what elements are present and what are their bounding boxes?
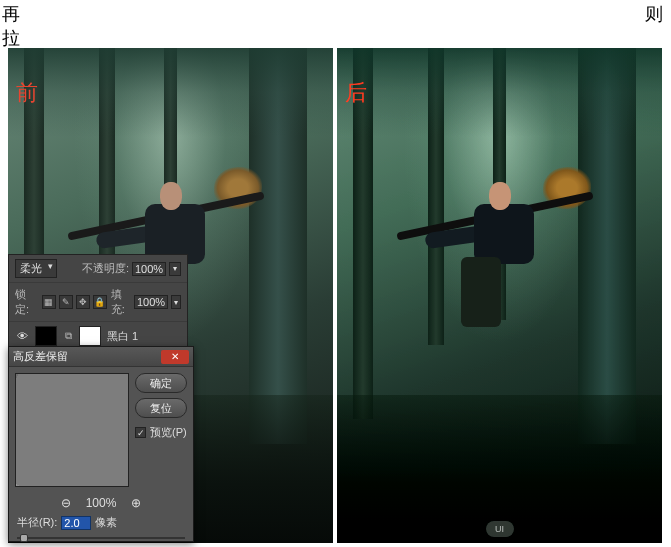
dialog-title: 高反差保留 xyxy=(13,349,68,364)
ok-button[interactable]: 确定 xyxy=(135,373,187,393)
opacity-chevron[interactable]: ▾ xyxy=(169,262,181,276)
checkbox-icon: ✓ xyxy=(135,427,146,438)
label-after: 后 xyxy=(345,78,367,108)
dialog-titlebar[interactable]: 高反差保留 ✕ xyxy=(9,347,193,367)
radius-field[interactable]: 2.0 xyxy=(61,516,91,530)
radius-slider[interactable] xyxy=(17,534,185,542)
lock-transparency-icon[interactable]: ▦ xyxy=(42,295,56,309)
radius-unit: 像素 xyxy=(95,515,117,530)
eye-icon[interactable]: 👁 xyxy=(15,329,29,343)
fill-chevron[interactable]: ▾ xyxy=(171,295,181,309)
image-after: 后 UI xyxy=(337,48,662,543)
zoom-percent: 100% xyxy=(86,496,117,510)
opacity-label: 不透明度: xyxy=(82,261,129,276)
link-icon: ⧉ xyxy=(63,330,73,342)
fill-field[interactable]: 100% xyxy=(134,295,168,309)
slider-thumb[interactable] xyxy=(20,534,28,542)
reset-button[interactable]: 复位 xyxy=(135,398,187,418)
fill-label: 填充: xyxy=(111,287,131,317)
radius-label: 半径(R): xyxy=(17,515,57,530)
close-icon[interactable]: ✕ xyxy=(161,350,189,364)
label-before: 前 xyxy=(16,78,38,108)
layer-thumb-mask[interactable] xyxy=(79,326,101,346)
blend-mode-select[interactable]: 柔光 xyxy=(15,259,57,278)
archer-figure xyxy=(435,182,565,405)
lock-label: 锁定: xyxy=(15,287,38,317)
lock-pixels-icon[interactable]: ✎ xyxy=(59,295,73,309)
lock-position-icon[interactable]: ✥ xyxy=(76,295,90,309)
lock-all-icon[interactable]: 🔒 xyxy=(93,295,107,309)
layer-name-bw[interactable]: 黑白 1 xyxy=(107,329,181,344)
opacity-field[interactable]: 100% xyxy=(132,262,166,276)
high-pass-dialog: 高反差保留 ✕ 确定 复位 ✓ 预览(P) ⊖ 100% ⊕ 半径(R): 2.… xyxy=(8,346,194,542)
layer-thumb-adjust[interactable] xyxy=(35,326,57,346)
top-char-left: 再 xyxy=(2,2,20,26)
top-char-left2: 拉 xyxy=(2,26,20,50)
preview-checkbox[interactable]: ✓ 预览(P) xyxy=(135,425,187,440)
top-char-right: 则 xyxy=(645,2,663,26)
preview-checkbox-label: 预览(P) xyxy=(150,425,187,440)
watermark: UI xyxy=(486,521,514,537)
zoom-out-icon[interactable]: ⊖ xyxy=(58,495,74,511)
dialog-preview[interactable] xyxy=(15,373,129,487)
zoom-in-icon[interactable]: ⊕ xyxy=(128,495,144,511)
